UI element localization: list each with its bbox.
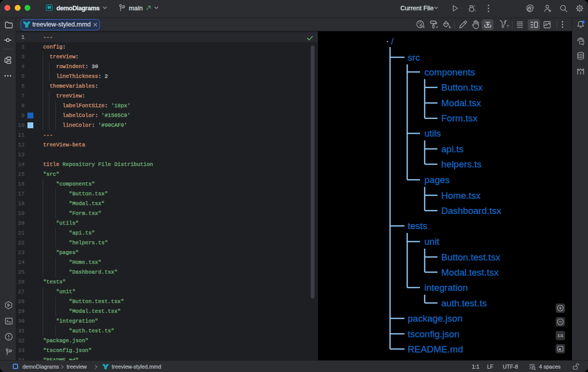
svg-text:Button.tsx: Button.tsx (441, 82, 483, 93)
svg-text:README.md: README.md (408, 344, 463, 354)
svg-text:utils: utils (424, 128, 441, 139)
svg-text:Modal.test.tsx: Modal.test.tsx (441, 267, 499, 278)
svg-text:Dashboard.tsx: Dashboard.tsx (441, 206, 502, 216)
svg-text:helpers.ts: helpers.ts (441, 159, 482, 169)
svg-text:api.ts: api.ts (441, 144, 464, 154)
svg-text:integration: integration (424, 282, 468, 293)
svg-text:/: / (391, 36, 394, 46)
svg-text:Modal.tsx: Modal.tsx (441, 98, 482, 108)
svg-text:components: components (424, 67, 475, 77)
svg-text:Button.test.tsx: Button.test.tsx (441, 252, 501, 262)
svg-text:?: ? (507, 24, 509, 29)
svg-text:src: src (408, 52, 420, 63)
svg-text:auth.test.ts: auth.test.ts (441, 298, 487, 308)
svg-text:tests: tests (408, 221, 427, 231)
svg-text:unit: unit (424, 236, 440, 247)
svg-text:tsconfig.json: tsconfig.json (408, 329, 460, 339)
svg-text:pages: pages (424, 175, 450, 185)
svg-text:package.json: package.json (408, 313, 463, 324)
svg-text:Form.tsx: Form.tsx (441, 113, 478, 123)
svg-text:Home.tsx: Home.tsx (441, 190, 481, 201)
